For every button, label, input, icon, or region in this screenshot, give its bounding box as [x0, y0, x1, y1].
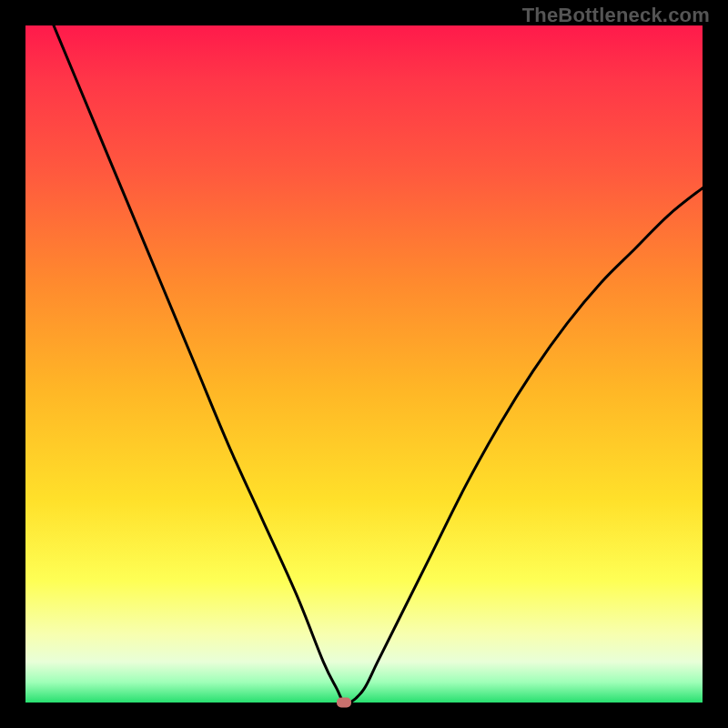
chart-frame: TheBottleneck.com: [0, 0, 728, 728]
minimum-marker: [337, 698, 351, 708]
bottleneck-curve: [25, 25, 703, 703]
plot-area: [25, 25, 703, 703]
watermark-text: TheBottleneck.com: [522, 4, 710, 27]
